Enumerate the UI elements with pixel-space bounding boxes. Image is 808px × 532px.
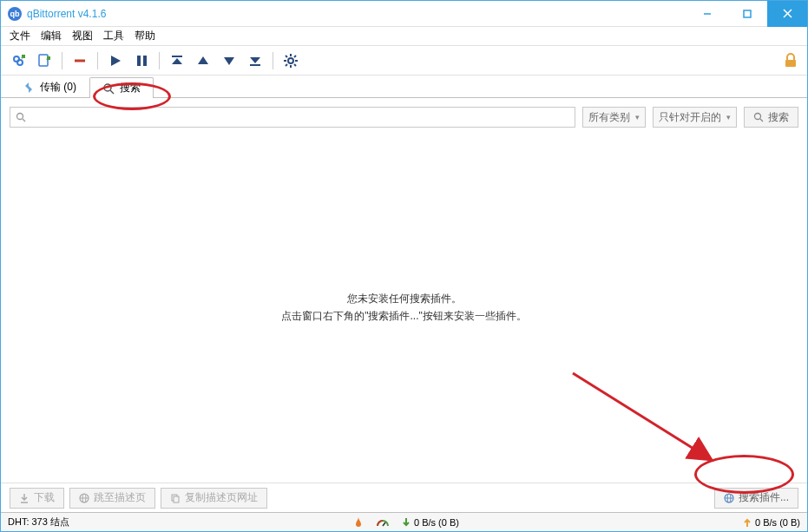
- remove-icon[interactable]: [69, 50, 90, 71]
- svg-marker-8: [111, 56, 121, 66]
- search-icon: [102, 82, 115, 95]
- copy-icon: [170, 493, 181, 503]
- status-dht: DHT: 373 结点: [8, 516, 69, 529]
- svg-rect-9: [137, 56, 141, 66]
- svg-marker-15: [250, 57, 260, 63]
- toolbar-separator: [159, 52, 160, 69]
- search-bar: 所有类别 ▾ 只针对开启的 ▾ 搜索: [1, 102, 807, 133]
- chevron-down-icon: ▾: [726, 113, 731, 122]
- window-title: qBittorrent v4.1.6: [27, 8, 687, 20]
- svg-point-29: [17, 114, 23, 120]
- search-results-empty: 您未安装任何搜索插件。 点击窗口右下角的"搜索插件..."按钮来安装一些插件。: [1, 133, 807, 483]
- add-torrent-icon[interactable]: [34, 50, 55, 71]
- search-button-label: 搜索: [768, 110, 789, 125]
- status-download: 0 B/s (0 B): [402, 517, 459, 528]
- svg-rect-26: [785, 60, 796, 67]
- goto-desc-button[interactable]: 跳至描述页: [69, 488, 155, 509]
- svg-rect-6: [39, 55, 48, 66]
- copy-desc-button[interactable]: 复制描述页网址: [161, 488, 267, 509]
- add-link-icon[interactable]: [8, 50, 29, 71]
- menu-tools[interactable]: 工具: [103, 29, 124, 43]
- menu-view[interactable]: 视图: [72, 29, 93, 43]
- svg-marker-12: [172, 58, 182, 64]
- download-button[interactable]: 下载: [10, 488, 64, 509]
- status-speed-icon: [376, 517, 390, 528]
- footer-bar: 下载 跳至描述页 复制描述页网址 搜索插件...: [1, 483, 807, 512]
- globe-icon: [724, 493, 734, 503]
- pause-icon[interactable]: [131, 50, 152, 71]
- search-input[interactable]: [30, 111, 569, 123]
- svg-line-25: [294, 56, 296, 57]
- category-label: 所有类别: [588, 110, 630, 125]
- copy-desc-label: 复制描述页网址: [185, 490, 258, 505]
- window-controls: [687, 1, 807, 27]
- app-window: qb qBittorrent v4.1.6 文件 编辑 视图 工具 帮助: [0, 0, 808, 532]
- svg-line-22: [286, 56, 287, 57]
- svg-point-31: [755, 114, 761, 120]
- tabbar: 传输 (0) 搜索: [1, 76, 807, 98]
- move-top-icon[interactable]: [167, 50, 187, 71]
- svg-rect-10: [143, 56, 147, 66]
- maximize-button[interactable]: [727, 1, 767, 27]
- search-button[interactable]: 搜索: [744, 107, 798, 128]
- svg-rect-1: [744, 10, 751, 17]
- target-dropdown[interactable]: 只针对开启的 ▾: [653, 107, 737, 128]
- app-icon: qb: [8, 7, 22, 21]
- toolbar-separator: [97, 52, 98, 69]
- toolbar: [1, 46, 807, 76]
- search-plugins-button[interactable]: 搜索插件...: [714, 488, 798, 509]
- titlebar: qb qBittorrent v4.1.6: [1, 1, 807, 27]
- svg-line-41: [383, 522, 385, 526]
- svg-line-23: [294, 64, 296, 66]
- minimize-button[interactable]: [687, 1, 727, 27]
- svg-line-24: [286, 64, 287, 66]
- menubar: 文件 编辑 视图 工具 帮助: [1, 27, 807, 46]
- svg-marker-13: [198, 56, 208, 64]
- toolbar-separator: [62, 52, 62, 69]
- empty-line1: 您未安装任何搜索插件。: [347, 291, 462, 307]
- status-upload: 0 B/s (0 B): [743, 517, 800, 528]
- target-label: 只针对开启的: [659, 110, 721, 125]
- menu-help[interactable]: 帮助: [135, 29, 155, 43]
- settings-icon[interactable]: [280, 50, 301, 71]
- tab-search[interactable]: 搜索: [89, 77, 154, 98]
- svg-marker-14: [224, 57, 234, 65]
- empty-line2: 点击窗口右下角的"搜索插件..."按钮来安装一些插件。: [281, 308, 527, 325]
- resume-icon[interactable]: [105, 50, 126, 71]
- download-label: 下载: [34, 490, 55, 505]
- search-plugins-label: 搜索插件...: [739, 490, 789, 505]
- transfers-icon: [23, 82, 35, 94]
- move-bottom-icon[interactable]: [245, 50, 266, 71]
- search-input-wrapper[interactable]: [10, 107, 575, 128]
- move-up-icon[interactable]: [193, 50, 213, 71]
- svg-point-17: [288, 58, 293, 63]
- upload-arrow-icon: [743, 517, 752, 528]
- svg-rect-37: [174, 496, 179, 502]
- search-field-icon: [16, 112, 26, 122]
- goto-desc-label: 跳至描述页: [94, 490, 146, 505]
- svg-line-32: [760, 119, 763, 122]
- menu-file[interactable]: 文件: [10, 29, 30, 43]
- move-down-icon[interactable]: [219, 50, 240, 71]
- statusbar: DHT: 373 结点 0 B/s (0 B) 0 B/s (0 B): [1, 512, 807, 531]
- status-firewall-icon: [353, 516, 364, 529]
- globe-icon: [79, 493, 89, 503]
- svg-point-27: [104, 84, 111, 91]
- toolbar-separator: [273, 52, 273, 69]
- download-icon: [19, 493, 30, 503]
- search-button-icon: [753, 112, 764, 122]
- tab-transfers[interactable]: 传输 (0): [10, 76, 89, 97]
- svg-line-28: [110, 90, 114, 94]
- close-button[interactable]: [767, 1, 807, 27]
- tab-search-label: 搜索: [120, 81, 141, 95]
- tab-transfers-label: 传输 (0): [40, 80, 76, 95]
- svg-point-5: [17, 60, 23, 65]
- lock-icon[interactable]: [783, 53, 798, 69]
- svg-line-30: [23, 119, 25, 122]
- category-dropdown[interactable]: 所有类别 ▾: [582, 107, 646, 128]
- menu-edit[interactable]: 编辑: [41, 29, 62, 43]
- download-arrow-icon: [402, 517, 411, 528]
- chevron-down-icon: ▾: [635, 113, 640, 122]
